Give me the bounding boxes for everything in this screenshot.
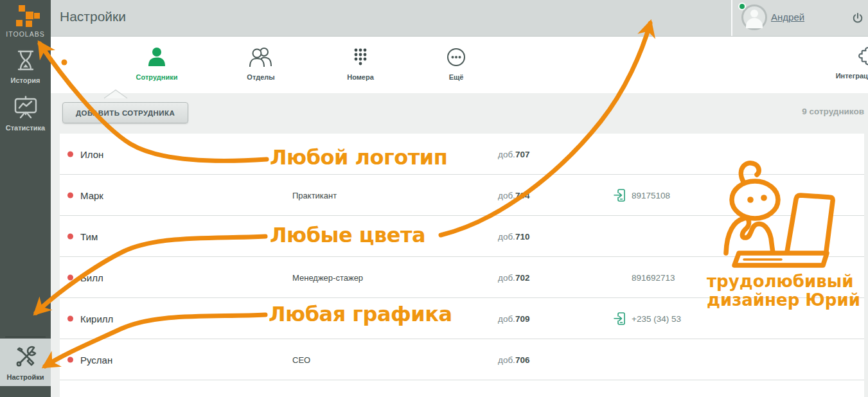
phone-number: 891692713 xyxy=(632,272,675,282)
active-tab-caret xyxy=(103,89,128,99)
sidebar-item-label: История xyxy=(0,76,51,84)
call-forward-phone-icon xyxy=(614,311,626,326)
employee-count: 9 сотрудников xyxy=(802,107,864,116)
sidebar-item-statistics[interactable]: Статистика xyxy=(0,95,51,132)
sidebar-item-label: Статистика xyxy=(0,124,51,132)
tab-departments[interactable]: Отделы xyxy=(222,46,299,81)
tab-label: Ещё xyxy=(418,73,495,81)
tab-label: Интеграция с CRM xyxy=(829,72,868,80)
stats-board-icon xyxy=(13,110,39,121)
status-dot-red xyxy=(67,315,73,321)
call-forward-phone-icon xyxy=(614,188,626,203)
itoolabs-logo[interactable]: ITOOLABS xyxy=(0,4,51,37)
logo-text: ITOOLABS xyxy=(0,30,51,38)
header: Настройки Андрей xyxy=(51,0,868,37)
status-dot-red xyxy=(67,274,73,280)
employee-role: CEO xyxy=(292,355,310,364)
extension: доб.704 xyxy=(498,190,529,200)
add-employee-button[interactable]: ДОБАВИТЬ СОТРУДНИКА xyxy=(62,102,188,123)
employee-name: Руслан xyxy=(80,354,112,365)
puzzle-icon xyxy=(858,46,868,69)
hourglass-icon xyxy=(14,63,37,74)
logo-square xyxy=(34,13,40,19)
employee-name: Марк xyxy=(80,190,103,200)
sidebar: ITOOLABS История Статистика xyxy=(0,0,51,397)
online-status-dot xyxy=(738,3,746,10)
sidebar-item-history[interactable]: История xyxy=(0,49,51,84)
extension: доб.707 xyxy=(498,149,529,159)
content-area: ДОБАВИТЬ СОТРУДНИКА 9 сотрудников Илон д… xyxy=(51,93,868,397)
page-title: Настройки xyxy=(60,9,126,24)
employee-role: Менеджер-стажер xyxy=(292,272,363,282)
table-row[interactable]: Билл Менеджер-стажер доб.702 891692713 xyxy=(60,257,864,298)
status-dot-red xyxy=(67,233,73,239)
ellipsis-circle-icon xyxy=(445,46,467,69)
table-row[interactable]: Руслан CEO доб.706 xyxy=(60,339,864,380)
user-name-link[interactable]: Андрей xyxy=(771,12,804,22)
dialpad-icon xyxy=(350,46,371,69)
sidebar-divider xyxy=(5,337,46,337)
tab-crm-integration[interactable]: Интеграция с CRM xyxy=(829,46,868,80)
status-dot-red xyxy=(67,151,73,157)
status-dot-red xyxy=(67,192,73,198)
table-row[interactable]: Кирилл доб.709 +235 (34) 53 xyxy=(60,298,864,339)
employee-table: Илон доб.707 Марк Практикант доб.704 891… xyxy=(60,134,864,397)
phone-number: +235 (34) 53 xyxy=(632,313,681,323)
table-row[interactable]: Марк Практикант доб.704 89175108 xyxy=(60,175,864,216)
table-row[interactable]: Тим доб.710 xyxy=(60,216,864,257)
tab-employees[interactable]: Сотрудники xyxy=(118,46,195,81)
sidebar-item-settings[interactable]: Настройки xyxy=(0,339,51,386)
logout-power-icon[interactable] xyxy=(852,12,864,24)
logo-square xyxy=(26,12,33,19)
extension: доб.710 xyxy=(498,231,529,241)
people-icon xyxy=(247,46,274,69)
extension: доб.709 xyxy=(498,313,529,323)
employee-name: Илон xyxy=(80,148,103,159)
tab-bar: Сотрудники Отделы Номера xyxy=(51,37,868,93)
tab-numbers[interactable]: Номера xyxy=(322,46,399,81)
status-dot-red xyxy=(67,357,73,362)
tab-label: Отделы xyxy=(222,73,299,81)
header-user-area: Андрей xyxy=(731,0,868,36)
table-row-partial xyxy=(60,380,864,397)
employee-name: Билл xyxy=(80,272,103,283)
tab-label: Номера xyxy=(322,73,399,81)
tab-label: Сотрудники xyxy=(118,73,195,81)
extension: доб.706 xyxy=(498,355,529,364)
logo-square xyxy=(16,20,22,26)
employee-role: Практикант xyxy=(292,190,337,200)
logo-square xyxy=(26,21,32,27)
sidebar-item-label: Настройки xyxy=(0,373,51,381)
phone-number: 89175108 xyxy=(632,190,670,200)
person-icon xyxy=(146,46,168,69)
logo-square xyxy=(19,5,25,12)
employee-name: Кирилл xyxy=(80,313,113,324)
tab-more[interactable]: Ещё xyxy=(418,46,495,81)
employee-name: Тим xyxy=(80,231,98,242)
table-row[interactable]: Илон доб.707 xyxy=(60,134,864,175)
tools-icon xyxy=(12,360,39,371)
extension: доб.702 xyxy=(498,272,529,282)
